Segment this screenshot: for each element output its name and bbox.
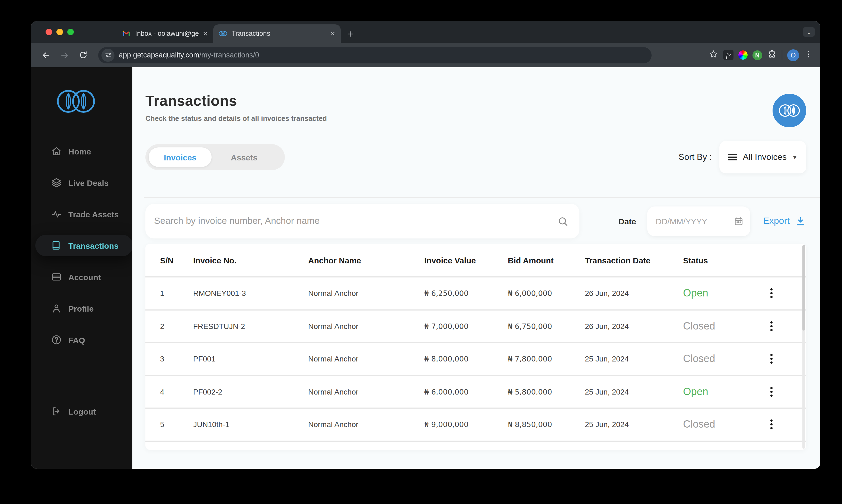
bookmark-star-icon[interactable] bbox=[708, 49, 718, 61]
row-actions-kebab-icon[interactable] bbox=[767, 321, 776, 331]
sidebar: Home Live Deals Trade Assets Transaction… bbox=[31, 67, 132, 469]
sidebar-item-label: Trade Assets bbox=[68, 210, 119, 219]
macos-traffic-lights[interactable] bbox=[46, 29, 74, 35]
col-anchor-name: Anchor Name bbox=[308, 255, 424, 265]
browser-menu-icon[interactable] bbox=[804, 50, 813, 60]
col-status: Status bbox=[683, 255, 755, 265]
calendar-icon[interactable] bbox=[733, 216, 743, 226]
table-header: S/N Invoice No. Anchor Name Invoice Valu… bbox=[145, 244, 806, 276]
cell-invoice-no: JUN10th-1 bbox=[193, 420, 308, 429]
cell-anchor-name: Normal Anchor bbox=[308, 289, 424, 298]
sidebar-item-profile[interactable]: Profile bbox=[35, 298, 124, 319]
sidebar-item-label: Live Deals bbox=[68, 178, 108, 187]
toolbar-extensions: f? N O bbox=[708, 49, 813, 61]
cell-transaction-date: 25 Jun, 2024 bbox=[585, 355, 683, 363]
minimize-window-button[interactable] bbox=[56, 29, 63, 35]
site-settings-icon[interactable] bbox=[101, 49, 115, 61]
table-scrollbar[interactable] bbox=[802, 245, 805, 449]
sidebar-nav: Home Live Deals Trade Assets Transaction… bbox=[31, 140, 132, 350]
cell-status: Closed bbox=[683, 419, 755, 431]
sidebar-item-label: Profile bbox=[68, 304, 93, 313]
extension-f-icon[interactable]: f? bbox=[723, 50, 734, 60]
cell-status: Closed bbox=[683, 320, 755, 332]
cell-invoice-value: ₦ 6,000,000 bbox=[424, 388, 508, 396]
back-button[interactable] bbox=[38, 48, 54, 62]
user-avatar[interactable] bbox=[773, 94, 806, 127]
tab-gmail[interactable]: Inbox - oolawuni@getcapsa.c ✕ bbox=[117, 24, 213, 43]
row-actions-kebab-icon[interactable] bbox=[767, 354, 776, 364]
cell-status: Closed bbox=[683, 353, 755, 365]
row-actions-kebab-icon[interactable] bbox=[767, 387, 776, 397]
row-actions-kebab-icon[interactable] bbox=[767, 420, 776, 430]
date-input[interactable] bbox=[656, 216, 715, 226]
tab-assets[interactable]: Assets bbox=[211, 147, 277, 167]
extension-n-icon[interactable]: N bbox=[753, 50, 762, 60]
cell-anchor-name: Normal Anchor bbox=[308, 355, 424, 363]
cell-anchor-name: Normal Anchor bbox=[308, 420, 424, 429]
book-icon bbox=[51, 240, 62, 251]
tab-search-chevron-icon[interactable]: ⌄ bbox=[803, 27, 815, 37]
sidebar-item-faq[interactable]: FAQ bbox=[35, 329, 124, 350]
close-window-button[interactable] bbox=[46, 29, 52, 35]
sort-by-label: Sort By : bbox=[678, 152, 712, 162]
hamburger-icon bbox=[728, 154, 737, 161]
activity-icon bbox=[51, 209, 62, 219]
cell-transaction-date: 26 Jun, 2024 bbox=[585, 322, 683, 330]
help-circle-icon bbox=[51, 335, 62, 345]
row-actions-kebab-icon[interactable] bbox=[767, 289, 776, 298]
sort-dropdown[interactable]: All Invoices ▼ bbox=[719, 141, 806, 174]
close-tab-icon[interactable]: ✕ bbox=[203, 30, 208, 37]
cell-sn: 1 bbox=[145, 289, 193, 298]
sidebar-item-trade-assets[interactable]: Trade Assets bbox=[35, 203, 124, 225]
transactions-table: S/N Invoice No. Anchor Name Invoice Valu… bbox=[145, 244, 806, 450]
reload-button[interactable] bbox=[75, 48, 91, 62]
layers-icon bbox=[51, 177, 62, 188]
url-bar[interactable]: app.getcapsaquality.com/my-transactions/… bbox=[98, 47, 652, 63]
search-icon[interactable] bbox=[557, 215, 569, 227]
zoom-window-button[interactable] bbox=[67, 29, 74, 35]
search-input[interactable] bbox=[154, 216, 557, 227]
cell-transaction-date: 25 Jun, 2024 bbox=[585, 388, 683, 396]
col-invoice-value: Invoice Value bbox=[424, 255, 508, 265]
cell-invoice-no: FRESDTUJN-2 bbox=[193, 322, 308, 330]
export-button[interactable]: Export bbox=[763, 216, 805, 227]
forward-button[interactable] bbox=[57, 48, 72, 62]
credit-card-icon bbox=[51, 271, 62, 282]
tab-invoices[interactable]: Invoices bbox=[149, 147, 211, 167]
cell-invoice-value: ₦ 7,000,000 bbox=[424, 322, 508, 330]
extensions-puzzle-icon[interactable] bbox=[767, 49, 777, 61]
cell-invoice-no: PF001 bbox=[193, 355, 308, 363]
browser-window: Inbox - oolawuni@getcapsa.c ✕ Transactio… bbox=[31, 21, 820, 469]
cell-sn: 4 bbox=[145, 388, 193, 396]
search-bar bbox=[145, 204, 580, 238]
close-tab-icon[interactable]: ✕ bbox=[330, 30, 335, 37]
cell-invoice-value: ₦ 6,250,000 bbox=[424, 289, 508, 298]
main-content: Transactions Check the status and detail… bbox=[132, 67, 820, 469]
cell-sn: 3 bbox=[145, 355, 193, 363]
cell-status: Open bbox=[683, 288, 755, 300]
browser-profile-avatar[interactable]: O bbox=[787, 49, 799, 61]
logout-button[interactable]: Logout bbox=[51, 400, 96, 422]
sidebar-item-transactions[interactable]: Transactions bbox=[35, 235, 133, 256]
url-text: app.getcapsaquality.com/my-transactions/… bbox=[119, 51, 259, 59]
sidebar-item-live-deals[interactable]: Live Deals bbox=[35, 172, 124, 194]
tab-strip: Inbox - oolawuni@getcapsa.c ✕ Transactio… bbox=[31, 21, 820, 43]
table-row: 1RMONEY001-3Normal Anchor₦ 6,250,000₦ 6,… bbox=[145, 276, 806, 309]
url-host: app.getcapsaquality.com bbox=[119, 51, 200, 59]
table-row: 3PF001Normal Anchor₦ 8,000,000₦ 7,800,00… bbox=[145, 342, 806, 375]
extension-colorwheel-icon[interactable] bbox=[738, 50, 748, 60]
tab-title: Transactions bbox=[231, 30, 326, 37]
cell-invoice-value: ₦ 9,000,000 bbox=[424, 420, 508, 429]
page-subtitle: Check the status and details of all invo… bbox=[145, 114, 806, 123]
sidebar-item-home[interactable]: Home bbox=[35, 140, 124, 162]
date-picker bbox=[647, 206, 750, 236]
tab-transactions[interactable]: Transactions ✕ bbox=[213, 24, 341, 43]
sidebar-item-account[interactable]: Account bbox=[35, 266, 124, 288]
home-icon bbox=[51, 146, 62, 157]
partial-row bbox=[145, 440, 806, 447]
col-invoice-no: Invoice No. bbox=[193, 255, 308, 265]
cell-bid-amount: ₦ 6,000,000 bbox=[508, 289, 585, 298]
browser-toolbar: app.getcapsaquality.com/my-transactions/… bbox=[31, 43, 820, 67]
cell-invoice-value: ₦ 8,000,000 bbox=[424, 355, 508, 363]
new-tab-button[interactable]: + bbox=[347, 29, 353, 39]
